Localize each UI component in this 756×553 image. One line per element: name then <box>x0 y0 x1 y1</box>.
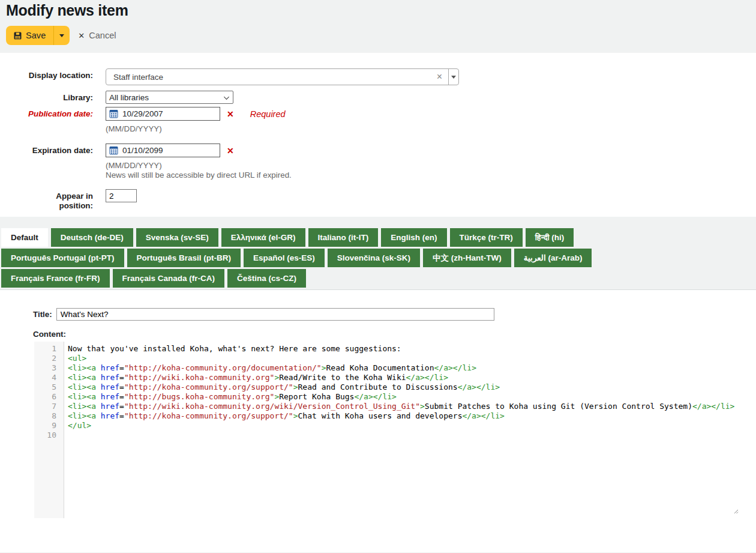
cancel-link[interactable]: ✕ Cancel <box>78 31 116 40</box>
expiration-date-label: Expiration date: <box>0 144 106 180</box>
code-token: = <box>119 363 124 372</box>
editor-panel: Title: Content: 12345678910 Now that you… <box>0 290 756 552</box>
code-line <box>68 431 742 440</box>
caret-down-icon <box>59 34 64 37</box>
position-input[interactable] <box>106 189 137 202</box>
code-token: href <box>101 363 119 372</box>
publication-date-label: Publication date: <box>0 107 106 133</box>
line-number: 10 <box>34 431 64 440</box>
title-row: Title: <box>33 308 756 321</box>
language-tab[interactable]: Slovenčina (sk-SK) <box>328 249 420 267</box>
line-number: 9 <box>34 421 64 431</box>
required-flag: Required <box>250 109 286 119</box>
code-token: <li><a <box>68 363 101 372</box>
content-code-editor[interactable]: 12345678910 Now that you've installed Ko… <box>34 342 742 518</box>
language-tab-row: DefaultDeutsch (de-DE)Svenska (sv-SE)Ελλ… <box>1 228 756 247</box>
code-token: </a></li> <box>692 402 734 411</box>
editor-line-numbers: 12345678910 <box>34 342 64 518</box>
display-location-select[interactable]: Staff interface × <box>106 68 459 85</box>
display-location-value: Staff interface <box>113 73 437 82</box>
line-number: 1 <box>34 344 64 354</box>
code-token: "http://wiki.koha-community.org/wiki/Ver… <box>124 402 420 411</box>
code-token: "http://koha-community.org/documentation… <box>124 363 322 372</box>
code-token: Read and Contribute to Discussions <box>298 382 458 391</box>
code-line: <li><a href="http://wiki.koha-community.… <box>68 402 742 411</box>
code-line: <li><a href="http://koha-community.org/s… <box>68 411 742 421</box>
code-line: Now that you've installed Koha, what's n… <box>68 344 742 354</box>
library-select[interactable]: All libraries <box>106 91 233 104</box>
publication-date-row: Publication date: 10/29/2007 ✕ Required … <box>0 107 756 133</box>
code-token: "http://bugs.koha-community.org" <box>124 392 274 401</box>
code-line: <ul> <box>68 354 742 363</box>
language-tab[interactable]: Français France (fr-FR) <box>1 269 110 288</box>
code-token: </a></li> <box>434 363 476 372</box>
language-tab[interactable]: Português Portugal (pt-PT) <box>1 249 124 267</box>
select-dropdown-button[interactable] <box>448 69 458 85</box>
language-tab[interactable]: English (en) <box>381 228 446 247</box>
code-token: <ul> <box>68 354 86 363</box>
language-tabs: DefaultDeutsch (de-DE)Svenska (sv-SE)Ελλ… <box>0 223 756 290</box>
language-tab[interactable]: 中文 (zh-Hant-TW) <box>423 249 511 267</box>
code-token: href <box>101 382 119 391</box>
date-format-hint: (MM/DD/YYYY) <box>106 124 286 133</box>
language-tab[interactable]: Ελληνικά (el-GR) <box>221 228 305 247</box>
code-token: Read/Write to the Koha Wiki <box>279 373 406 382</box>
language-tab[interactable]: العربية (ar-Arab) <box>514 249 592 267</box>
clear-selection-icon[interactable]: × <box>437 72 442 82</box>
chevron-down-icon <box>224 94 229 100</box>
position-label-line2: position: <box>59 201 93 210</box>
language-tab[interactable]: Français Canada (fr-CA) <box>113 269 225 288</box>
page-title: Modify news item <box>6 2 750 19</box>
code-line: </ul> <box>68 421 742 431</box>
code-token: </ul> <box>68 421 91 430</box>
expiration-date-input[interactable]: 01/10/2099 <box>106 144 220 157</box>
line-number: 3 <box>34 363 64 373</box>
position-row: Appear in position: <box>0 189 756 211</box>
language-tab[interactable]: Português Brasil (pt-BR) <box>127 249 241 267</box>
language-tab[interactable]: Default <box>1 228 48 247</box>
publication-date-input[interactable]: 10/29/2007 <box>106 107 220 121</box>
language-tab[interactable]: Türkçe (tr-TR) <box>450 228 523 247</box>
clear-date-icon[interactable]: ✕ <box>227 146 234 156</box>
code-token: Now that you've installed Koha, what's n… <box>68 344 401 353</box>
language-tab[interactable]: Español (es-ES) <box>244 249 325 267</box>
editor-resize-handle[interactable] <box>732 507 739 516</box>
position-label: Appear in position: <box>0 189 106 211</box>
code-token: = <box>119 402 124 411</box>
line-number: 2 <box>34 354 64 363</box>
library-row: Library: All libraries <box>0 91 756 104</box>
code-token: > <box>293 411 298 420</box>
cancel-label: Cancel <box>89 31 116 40</box>
save-button-group: Save <box>6 26 70 45</box>
language-tab[interactable]: Čeština (cs-CZ) <box>227 269 306 288</box>
code-token: <li><a <box>68 373 101 382</box>
expiration-date-value: 01/10/2099 <box>122 146 163 155</box>
code-token: </a></li> <box>406 373 448 382</box>
code-token: </a></li> <box>458 382 500 391</box>
code-line: <li><a href="http://bugs.koha-community.… <box>68 392 742 402</box>
code-token: "http://wiki.koha-community.org" <box>124 373 274 382</box>
expiration-note: News will still be accessible by direct … <box>106 171 292 180</box>
clear-date-icon[interactable]: ✕ <box>227 109 234 119</box>
code-token: Report Koha Bugs <box>279 392 354 401</box>
floppy-disk-icon <box>14 32 22 40</box>
modify-news-page: Modify news item Save ✕ Cancel Displ <box>0 0 756 553</box>
language-tab[interactable]: Deutsch (de-DE) <box>51 228 133 247</box>
line-number: 7 <box>34 402 64 411</box>
language-tab[interactable]: Svenska (sv-SE) <box>136 228 218 247</box>
code-token: href <box>101 411 119 420</box>
line-number: 5 <box>34 382 64 392</box>
title-input[interactable] <box>56 308 494 321</box>
calendar-icon <box>109 146 118 155</box>
page-header: Modify news item Save ✕ Cancel <box>0 0 756 45</box>
code-token: = <box>119 411 124 420</box>
editor-code-area[interactable]: Now that you've installed Koha, what's n… <box>64 342 742 518</box>
toolbar: Save ✕ Cancel <box>6 26 750 45</box>
display-location-label: Display location: <box>0 68 106 85</box>
language-tab[interactable]: Italiano (it-IT) <box>308 228 379 247</box>
save-button[interactable]: Save <box>6 26 53 45</box>
save-dropdown-toggle[interactable] <box>53 26 70 45</box>
language-tab[interactable]: हिन्दी (hi) <box>526 228 574 247</box>
code-token: <li><a <box>68 392 101 401</box>
expiration-date-row: Expiration date: 01/10/2099 ✕ (MM/DD/YYY… <box>0 144 756 180</box>
